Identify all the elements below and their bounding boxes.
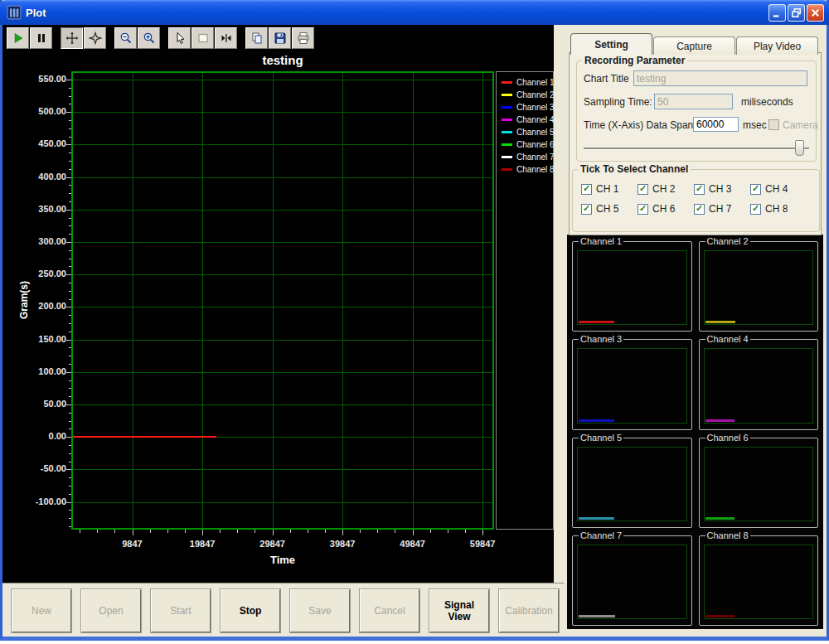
channel-preview-label: Channel 5 <box>579 433 623 443</box>
x-tick-minor <box>308 530 308 533</box>
x-tick-minor <box>465 530 466 533</box>
tab-play-video[interactable]: Play Video <box>736 36 818 55</box>
gridline-horizontal <box>73 404 492 405</box>
channel-select-group: Tick To Select Channel ✓CH 1✓CH 2✓CH 3✓C… <box>572 169 820 232</box>
zoom-out-button[interactable] <box>114 27 137 49</box>
channel-preview-label: Channel 1 <box>579 236 623 246</box>
gridline-horizontal <box>73 372 492 373</box>
y-tick-major <box>66 112 71 113</box>
gridline-vertical <box>413 73 414 528</box>
x-tick-minor <box>80 530 80 533</box>
y-tick-minor <box>69 421 71 422</box>
legend-item: Channel 6 <box>497 138 553 151</box>
y-tick-minor <box>69 323 71 324</box>
checkbox-box: ✓ <box>581 204 592 215</box>
gridline-vertical <box>342 73 343 528</box>
checkbox-ch7[interactable]: ✓CH 7 <box>694 203 731 215</box>
checkbox-ch8[interactable]: ✓CH 8 <box>750 203 788 215</box>
zoom-out-icon <box>119 31 133 45</box>
checkbox-ch4[interactable]: ✓CH 4 <box>750 183 788 195</box>
zoom-in-button[interactable] <box>138 27 160 49</box>
copy-button[interactable] <box>245 27 268 49</box>
y-tick-major <box>66 242 71 243</box>
data-span-input[interactable] <box>693 117 739 132</box>
restore-button[interactable] <box>788 4 805 22</box>
legend-color-dash <box>502 94 512 96</box>
y-tick-minor <box>69 388 71 389</box>
y-tick-minor <box>69 218 71 219</box>
legend-label: Channel 7 <box>516 153 555 162</box>
legend-label: Channel 8 <box>516 165 555 174</box>
y-tick-minor <box>69 259 71 259</box>
print-button[interactable] <box>292 27 314 49</box>
x-tick-minor <box>377 530 378 533</box>
check-mark: ✓ <box>696 204 703 213</box>
gridline-horizontal <box>73 80 492 80</box>
cursor-icon <box>173 31 187 45</box>
checkbox-label: CH 3 <box>709 183 731 195</box>
slider-thumb[interactable] <box>795 140 804 156</box>
y-tick-minor <box>69 486 71 487</box>
channel-preview-label: Channel 7 <box>579 530 623 540</box>
legend-label: Channel 6 <box>516 140 555 149</box>
minimize-button[interactable] <box>768 4 786 22</box>
zoom-in-icon <box>143 31 156 45</box>
fit-width-button[interactable] <box>215 27 237 49</box>
legend-color-dash <box>502 106 512 109</box>
channel1-trace <box>73 436 216 438</box>
legend-item: Channel 8 <box>497 163 553 176</box>
legend-color-dash <box>502 156 512 158</box>
open-button: Open <box>81 589 141 632</box>
slider-track <box>584 148 809 150</box>
y-tick-minor <box>69 225 71 226</box>
checkbox-ch2[interactable]: ✓CH 2 <box>638 183 675 195</box>
x-tick-label: 9847 <box>108 539 158 549</box>
tab-setting[interactable]: Setting <box>570 33 652 55</box>
checkbox-box: ✓ <box>694 204 705 215</box>
plot-area[interactable] <box>71 71 494 530</box>
y-tick-label: 550.00 <box>15 74 66 84</box>
channel-previews: Channel 1Channel 2Channel 3Channel 4Chan… <box>567 235 823 629</box>
channel-preview-channel-7: Channel 7 <box>572 535 692 626</box>
gridline-horizontal <box>73 469 492 470</box>
signal-view-button[interactable]: Signal View <box>429 589 489 632</box>
checkbox-ch5[interactable]: ✓CH 5 <box>581 203 618 215</box>
checkbox-box: ✓ <box>750 204 761 215</box>
channel-preview-trace <box>705 615 734 617</box>
tracker-icon <box>89 31 102 45</box>
tab-capture[interactable]: Capture <box>653 36 735 55</box>
x-tick-minor <box>325 530 326 533</box>
channel-preview-trace <box>579 419 614 422</box>
stop-button[interactable]: Stop <box>221 589 280 632</box>
channel-preview-trace <box>579 321 614 323</box>
chart-legend: Channel 1Channel 2Channel 3Channel 4Chan… <box>496 71 554 530</box>
checkbox-ch6[interactable]: ✓CH 6 <box>638 203 675 215</box>
pause-button[interactable] <box>30 27 52 49</box>
channel-preview-channel-6: Channel 6 <box>699 438 819 528</box>
y-tick-label: 400.00 <box>15 172 66 182</box>
checkbox-label: CH 8 <box>765 203 788 215</box>
close-button[interactable] <box>807 4 824 22</box>
camera-label: Camera <box>783 119 818 131</box>
main-area: testing550.00500.00450.00400.00350.00300… <box>2 25 554 637</box>
checkbox-ch3[interactable]: ✓CH 3 <box>694 183 731 195</box>
cursor-button[interactable] <box>168 27 191 49</box>
y-tick-label: 350.00 <box>15 204 66 214</box>
channel-preview-trace <box>579 517 614 520</box>
legend-item: Channel 1 <box>497 76 553 89</box>
bottom-button-bar: NewOpenStartStopSaveCancelSignal ViewCal… <box>2 583 564 637</box>
x-tick-major <box>202 530 203 535</box>
tracker-button[interactable] <box>84 27 106 49</box>
checkbox-ch1[interactable]: ✓CH 1 <box>581 183 618 195</box>
channel-preview-channel-2: Channel 2 <box>699 241 819 332</box>
play-button[interactable] <box>7 27 29 49</box>
data-span-slider[interactable] <box>584 140 809 156</box>
pause-icon <box>35 31 48 45</box>
pan-icon <box>65 31 79 45</box>
save-button[interactable] <box>269 27 291 49</box>
y-tick-minor <box>69 266 71 267</box>
box-zoom-button[interactable] <box>191 27 214 49</box>
y-tick-minor <box>69 185 71 186</box>
channel-preview-trace <box>579 615 615 617</box>
pan-button[interactable] <box>61 27 83 49</box>
